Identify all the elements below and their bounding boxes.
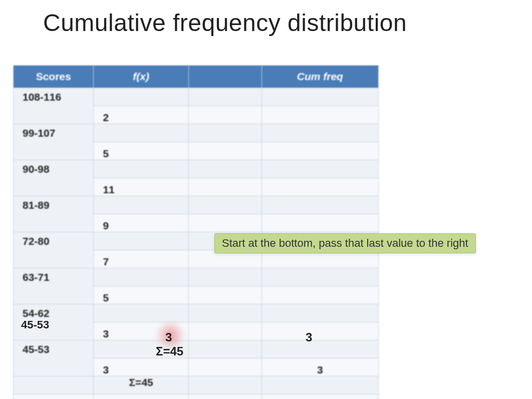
table-row: 63-71 <box>14 268 379 286</box>
cell-fx <box>94 88 189 106</box>
cell-blank <box>188 196 261 214</box>
cell-score <box>14 376 94 394</box>
cell-cf <box>261 160 378 178</box>
table-row <box>14 394 379 400</box>
table-row: 81-89 <box>14 196 379 214</box>
cell-cf <box>261 268 378 286</box>
cell-blank <box>188 286 261 304</box>
cell-score: 81-89 <box>14 196 94 232</box>
cell-cf <box>261 304 378 322</box>
cell-blank <box>188 178 261 196</box>
cell-blank <box>188 160 261 178</box>
cell-fx <box>94 340 189 358</box>
cell-fx <box>94 394 189 400</box>
frequency-table: Scores f(x) Cum freq 108-116 2 99-107 <box>13 65 379 399</box>
callout-bubble: Start at the bottom, pass that last valu… <box>214 233 476 253</box>
cell-score: 99-107 <box>14 124 94 160</box>
cell-fx <box>94 196 189 214</box>
cell-blank <box>188 304 261 322</box>
cell-fx: 3 <box>94 358 189 376</box>
table-header-row: Scores f(x) Cum freq <box>14 66 379 88</box>
cell-fx <box>94 268 189 286</box>
table-row: 90-98 <box>14 160 379 178</box>
col-cumfreq: Cum freq <box>261 66 378 88</box>
table-row: 108-116 <box>14 88 379 106</box>
cell-cf <box>261 340 378 358</box>
cell-fx <box>94 124 189 142</box>
table-row: 54-62 <box>14 304 379 322</box>
cell-fx: 9 <box>94 214 189 232</box>
cell-blank <box>188 376 261 394</box>
col-scores: Scores <box>14 66 94 88</box>
cell-score: 54-62 <box>14 304 94 340</box>
cell-score: 63-71 <box>14 268 94 304</box>
cell-blank <box>188 340 261 358</box>
cell-cf <box>261 124 378 142</box>
cell-fx <box>94 232 189 250</box>
cell-cf <box>261 376 378 394</box>
cell-cf <box>261 322 378 340</box>
cell-cf <box>261 286 378 304</box>
cell-score: 72-80 <box>14 232 94 268</box>
cell-cf <box>261 394 378 400</box>
page-title: Cumulative frequency distribution <box>43 9 407 37</box>
cell-blank <box>188 106 261 124</box>
cell-score: 90-98 <box>14 160 94 196</box>
cell-blank <box>188 88 261 106</box>
table-row: 45-53 <box>14 340 379 358</box>
cell-blank <box>188 268 261 286</box>
cell-blank <box>188 394 261 400</box>
cell-blank <box>188 214 261 232</box>
cell-fx <box>94 160 189 178</box>
col-blank <box>188 66 261 88</box>
cell-cf <box>261 88 378 106</box>
cell-cf <box>261 142 378 160</box>
cell-cf <box>261 106 378 124</box>
cell-cf: 3 <box>261 358 378 376</box>
frequency-table-wrap: Scores f(x) Cum freq 108-116 2 99-107 <box>13 65 379 399</box>
cell-fx: 5 <box>94 286 189 304</box>
col-fx: f(x) <box>94 66 189 88</box>
cell-blank <box>188 124 261 142</box>
cell-blank <box>188 358 261 376</box>
cell-sum: Σ=45 <box>94 376 189 394</box>
cell-blank <box>188 142 261 160</box>
cell-fx: 2 <box>94 106 189 124</box>
cell-cf <box>261 214 378 232</box>
cell-cf <box>261 178 378 196</box>
cell-fx: 11 <box>94 178 189 196</box>
cell-blank <box>188 322 261 340</box>
table-sum-row: Σ=45 <box>14 376 379 394</box>
cell-score <box>14 394 94 400</box>
cell-cf <box>261 196 378 214</box>
table-row: 99-107 <box>14 124 379 142</box>
cell-fx: 7 <box>94 250 189 268</box>
cell-score: 45-53 <box>14 340 94 376</box>
cell-fx: 3 <box>94 322 189 340</box>
cell-score: 108-116 <box>14 88 94 124</box>
cell-fx: 5 <box>94 142 189 160</box>
cell-fx <box>94 304 189 322</box>
